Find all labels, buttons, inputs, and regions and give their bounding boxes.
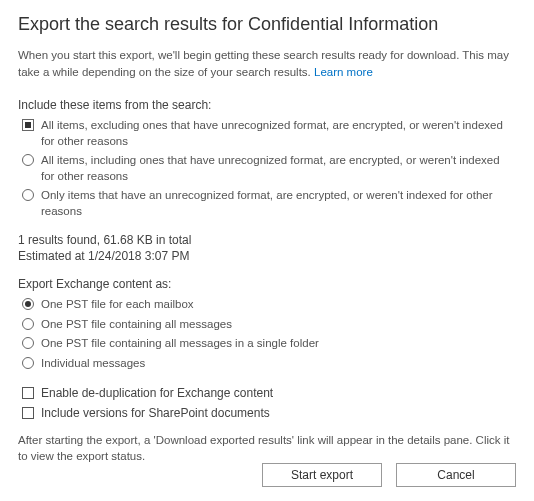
- radio-label: All items, excluding ones that have unre…: [41, 118, 516, 149]
- include-radio-group: All items, excluding ones that have unre…: [18, 118, 516, 219]
- export-radio-group: One PST file for each mailbox One PST fi…: [18, 297, 516, 371]
- intro-text: When you start this export, we'll begin …: [18, 47, 516, 80]
- learn-more-link[interactable]: Learn more: [314, 66, 373, 78]
- footer-note: After starting the export, a 'Download e…: [18, 432, 516, 464]
- export-section-label: Export Exchange content as:: [18, 277, 516, 291]
- checkbox-label: Include versions for SharePoint document…: [41, 406, 270, 420]
- versions-checkbox-row[interactable]: Include versions for SharePoint document…: [22, 406, 516, 420]
- include-section-label: Include these items from the search:: [18, 98, 516, 112]
- radio-icon: [22, 189, 34, 201]
- cancel-button[interactable]: Cancel: [396, 463, 516, 487]
- radio-icon: [22, 337, 34, 349]
- dedup-checkbox-row[interactable]: Enable de-duplication for Exchange conte…: [22, 386, 516, 400]
- export-option-pst-each-mailbox[interactable]: One PST file for each mailbox: [22, 297, 516, 313]
- radio-label: Individual messages: [41, 356, 516, 372]
- export-option-individual-messages[interactable]: Individual messages: [22, 356, 516, 372]
- radio-label: One PST file containing all messages in …: [41, 336, 516, 352]
- radio-icon: [22, 298, 34, 310]
- radio-label: One PST file for each mailbox: [41, 297, 516, 313]
- checkbox-label: Enable de-duplication for Exchange conte…: [41, 386, 273, 400]
- include-option-include-unrecognized[interactable]: All items, including ones that have unre…: [22, 153, 516, 184]
- export-option-pst-single-folder[interactable]: One PST file containing all messages in …: [22, 336, 516, 352]
- estimated-time: Estimated at 1/24/2018 3:07 PM: [18, 249, 516, 263]
- results-count: 1 results found, 61.68 KB in total: [18, 233, 516, 247]
- radio-icon: [22, 154, 34, 166]
- checkbox-icon: [22, 387, 34, 399]
- include-option-exclude-unrecognized[interactable]: All items, excluding ones that have unre…: [22, 118, 516, 149]
- intro-body: When you start this export, we'll begin …: [18, 49, 509, 78]
- radio-label: Only items that have an unrecognized for…: [41, 188, 516, 219]
- include-option-only-unrecognized[interactable]: Only items that have an unrecognized for…: [22, 188, 516, 219]
- export-option-pst-all-messages[interactable]: One PST file containing all messages: [22, 317, 516, 333]
- radio-label: One PST file containing all messages: [41, 317, 516, 333]
- button-bar: Start export Cancel: [262, 463, 516, 487]
- page-title: Export the search results for Confidenti…: [18, 14, 516, 35]
- radio-icon: [22, 357, 34, 369]
- radio-icon: [22, 318, 34, 330]
- radio-icon: [22, 119, 34, 131]
- checkbox-icon: [22, 407, 34, 419]
- radio-label: All items, including ones that have unre…: [41, 153, 516, 184]
- start-export-button[interactable]: Start export: [262, 463, 382, 487]
